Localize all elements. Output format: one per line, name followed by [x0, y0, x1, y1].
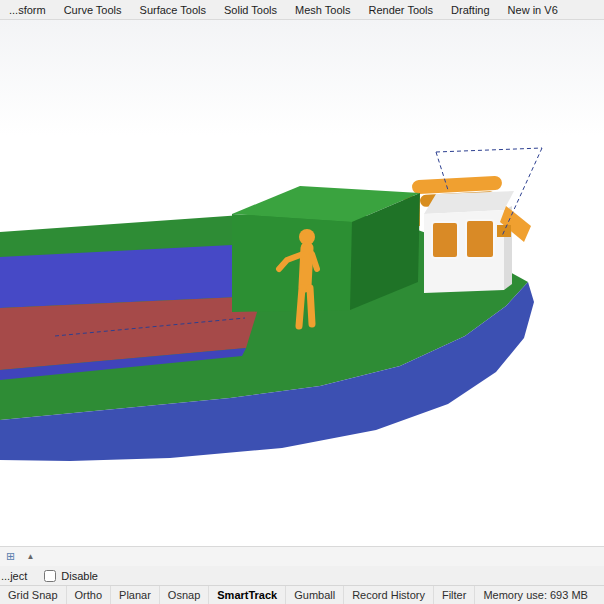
tab-drafting[interactable]: Drafting	[442, 2, 499, 18]
status-bar: Grid Snap Ortho Planar Osnap SmartTrack …	[0, 585, 604, 604]
status-ortho[interactable]: Ortho	[67, 586, 112, 604]
osnap-project-label[interactable]: ...ject	[1, 570, 27, 582]
disable-checkbox[interactable]	[44, 570, 56, 582]
panel-arrow-icon[interactable]: ▲	[21, 547, 40, 566]
osnap-toolbar: ...ject Disable	[0, 566, 604, 585]
status-gumball[interactable]: Gumball	[286, 586, 344, 604]
superstructure-front[interactable]	[232, 214, 352, 312]
status-osnap[interactable]: Osnap	[160, 586, 209, 604]
status-grid-snap[interactable]: Grid Snap	[0, 586, 67, 604]
tab-solid-tools[interactable]: Solid Tools	[215, 2, 286, 18]
disable-label[interactable]: Disable	[61, 570, 98, 582]
selection-dash-line-top	[436, 148, 542, 152]
status-smarttrack[interactable]: SmartTrack	[209, 586, 286, 604]
tab-mesh-tools[interactable]: Mesh Tools	[286, 2, 359, 18]
cabin-window-right[interactable]	[466, 220, 494, 258]
panel-grid-icon[interactable]: ⊞	[1, 547, 20, 566]
panel-corner-strip: ⊞ ▲	[0, 546, 604, 566]
tab-curve-tools[interactable]: Curve Tools	[55, 2, 131, 18]
cabin-window-left[interactable]	[432, 222, 458, 258]
tab-render-tools[interactable]: Render Tools	[359, 2, 442, 18]
mannequin-right-leg	[310, 288, 312, 324]
tab-transform[interactable]: ...sform	[0, 2, 55, 18]
tab-surface-tools[interactable]: Surface Tools	[131, 2, 215, 18]
tab-new-in-v6[interactable]: New in V6	[499, 2, 567, 18]
mannequin-left-leg	[299, 288, 302, 326]
status-planar[interactable]: Planar	[111, 586, 160, 604]
viewport-3d[interactable]	[0, 20, 604, 545]
bottom-bars: ⊞ ▲ ...ject Disable Grid Snap Ortho Plan…	[0, 546, 604, 604]
status-memory-use: Memory use: 693 MB	[475, 586, 596, 604]
ship-model-render	[0, 20, 604, 545]
toolbar-tab-bar: ...sform Curve Tools Surface Tools Solid…	[0, 0, 604, 20]
status-record-history[interactable]: Record History	[344, 586, 434, 604]
status-filter[interactable]: Filter	[434, 586, 475, 604]
